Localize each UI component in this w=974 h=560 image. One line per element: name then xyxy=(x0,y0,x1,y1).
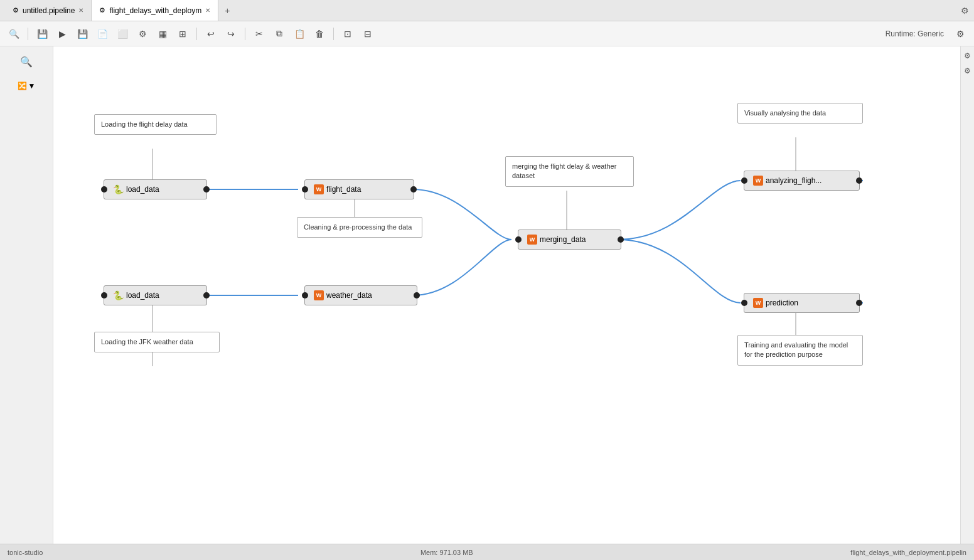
node-load-data-2-label: load_data xyxy=(126,291,159,300)
node-load-data-2-left-dot[interactable] xyxy=(101,292,107,298)
toolbar: 🔍 💾 ▶ 💾 📄 ⬜ ⚙ ▦ ⊞ ↩ ↪ ✂ ⧉ 📋 🗑 ⊡ ⊟ Runtim… xyxy=(0,21,974,46)
toolbar-sep-1 xyxy=(28,28,28,40)
nodes-button[interactable]: ⊞ xyxy=(174,25,191,43)
python-icon-2: 🐍 xyxy=(113,290,124,300)
node-load-data-1[interactable]: 🐍 load_data xyxy=(104,179,207,199)
node-load-data-1-right-dot[interactable] xyxy=(203,186,210,193)
node-weather-data-right-dot[interactable] xyxy=(414,292,420,298)
settings2-button[interactable]: ⚙ xyxy=(134,25,151,43)
comment-load-flight: Loading the flight delay data xyxy=(94,114,217,135)
node-weather-data-label: weather_data xyxy=(326,291,372,300)
top-settings-icon[interactable]: ⚙ xyxy=(961,6,969,16)
flight-tab-icon: ⚙ xyxy=(99,6,105,14)
save2-button[interactable]: 💾 xyxy=(73,25,91,43)
node-prediction-left-dot[interactable] xyxy=(741,300,747,306)
sidebar-search[interactable]: 🔍 xyxy=(16,51,36,71)
python-icon-1: 🐍 xyxy=(113,184,124,194)
flight-tab-close[interactable]: ✕ xyxy=(205,7,210,14)
node-load-data-1-left-dot[interactable] xyxy=(101,186,107,193)
comment-merge: merging the flight delay & weather datas… xyxy=(505,156,634,187)
node-weather-data[interactable]: W weather_data xyxy=(304,285,417,305)
right-panel: ⚙ ⚙ xyxy=(960,46,974,544)
clear-button[interactable]: ⬜ xyxy=(114,25,131,43)
search-button[interactable]: 🔍 xyxy=(5,25,23,43)
export-button[interactable]: 📄 xyxy=(94,25,111,43)
node-analyzing-left-dot[interactable] xyxy=(741,177,747,184)
node-merging-data-left-dot[interactable] xyxy=(515,236,522,243)
status-right: flight_delays_with_deployment.pipelin xyxy=(850,549,966,556)
node-flight-data[interactable]: W flight_data xyxy=(304,179,414,199)
sidebar: 🔍 🔀 ▼ xyxy=(0,46,53,544)
pipeline-canvas[interactable]: Loading the flight delay data merging th… xyxy=(53,46,974,544)
comment-train: Training and evaluating the model for th… xyxy=(737,335,863,366)
orange-icon-weather: W xyxy=(314,290,324,300)
node-prediction-label: prediction xyxy=(766,298,798,307)
layout-button[interactable]: ⊟ xyxy=(359,25,377,43)
untitled-tab-label: untitled.pipeline xyxy=(23,6,75,15)
node-analyzing-fligh[interactable]: W analyzing_fligh... xyxy=(744,171,860,191)
comment-load-jfk: Loading the JFK weather data xyxy=(94,332,220,352)
node-load-data-2-right-dot[interactable] xyxy=(203,292,210,298)
toolbar-sep-3 xyxy=(245,28,245,40)
paste-button[interactable]: 📋 xyxy=(291,25,308,43)
comment-clean: Cleaning & pre-processing the data xyxy=(297,217,422,238)
right-panel-icon-2[interactable]: ⚙ xyxy=(964,66,971,75)
save-button[interactable]: 💾 xyxy=(33,25,51,43)
undo-button[interactable]: ↩ xyxy=(202,25,220,43)
toolbar-sep-4 xyxy=(333,28,334,40)
orange-icon-analyzing: W xyxy=(753,176,763,186)
comment-analyze: Visually analysing the data xyxy=(737,103,863,124)
tab-untitled[interactable]: ⚙ untitled.pipeline ✕ xyxy=(5,0,92,21)
node-merging-data-right-dot[interactable] xyxy=(618,236,624,243)
grid-button[interactable]: ▦ xyxy=(154,25,171,43)
orange-icon-merging: W xyxy=(527,235,537,245)
node-flight-data-label: flight_data xyxy=(326,185,361,194)
zoom-button[interactable]: ⊡ xyxy=(339,25,356,43)
node-analyzing-label: analyzing_fligh... xyxy=(766,176,821,185)
node-prediction-right-dot[interactable] xyxy=(856,300,862,306)
cut-button[interactable]: ✂ xyxy=(250,25,268,43)
orange-icon-prediction: W xyxy=(753,298,763,308)
sidebar-tool[interactable]: 🔀 ▼ xyxy=(8,77,45,95)
runtime-settings-button[interactable]: ⚙ xyxy=(951,25,969,43)
title-bar: ⚙ untitled.pipeline ✕ ⚙ flight_delays_wi… xyxy=(0,0,974,21)
status-left: tonic-studio xyxy=(8,549,43,556)
status-bar: tonic-studio Mem: 971.03 MB flight_delay… xyxy=(0,544,974,560)
node-load-data-2[interactable]: 🐍 load_data xyxy=(104,285,207,305)
untitled-tab-close[interactable]: ✕ xyxy=(78,7,83,14)
sidebar-tool-icon: 🔀 xyxy=(18,82,27,90)
sidebar-tool-arrow: ▼ xyxy=(28,82,36,90)
tab-flight[interactable]: ⚙ flight_delays_with_deploym ✕ xyxy=(92,0,218,21)
node-weather-data-left-dot[interactable] xyxy=(302,292,308,298)
main-wrapper: 🔍 🔀 ▼ xyxy=(0,46,974,544)
runtime-label: Runtime: Generic xyxy=(886,29,944,38)
node-flight-data-right-dot[interactable] xyxy=(410,186,417,193)
untitled-tab-icon: ⚙ xyxy=(13,6,19,14)
node-analyzing-right-dot[interactable] xyxy=(856,177,862,184)
right-panel-icon-1[interactable]: ⚙ xyxy=(964,51,971,60)
toolbar-sep-2 xyxy=(196,28,197,40)
run-button[interactable]: ▶ xyxy=(53,25,71,43)
flight-tab-label: flight_delays_with_deploym xyxy=(109,6,201,15)
node-merging-data-label: merging_data xyxy=(540,235,586,244)
copy-button[interactable]: ⧉ xyxy=(270,25,288,43)
status-memory: Mem: 971.03 MB xyxy=(420,549,473,556)
node-merging-data[interactable]: W merging_data xyxy=(518,230,621,250)
redo-button[interactable]: ↪ xyxy=(222,25,240,43)
add-tab-button[interactable]: + xyxy=(218,6,236,16)
orange-icon-flight: W xyxy=(314,184,324,194)
node-flight-data-left-dot[interactable] xyxy=(302,186,308,193)
delete-button[interactable]: 🗑 xyxy=(311,25,328,43)
node-load-data-1-label: load_data xyxy=(126,185,159,194)
node-prediction[interactable]: W prediction xyxy=(744,293,860,313)
